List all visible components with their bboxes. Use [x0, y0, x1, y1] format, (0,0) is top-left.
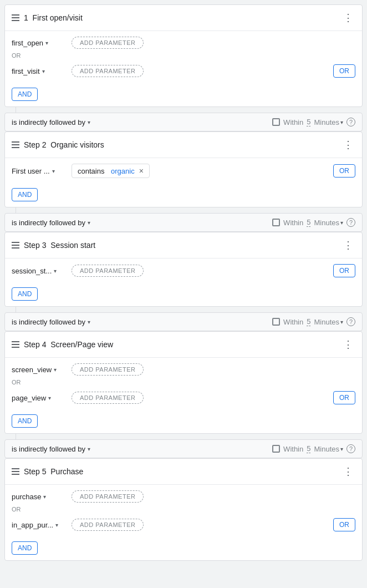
step-2-contains-chip[interactable]: contains organic ×	[72, 164, 150, 178]
step-2-body: First user ... ▾ contains organic × OR A…	[5, 158, 362, 207]
step-3-title: Step 3 Session start	[24, 241, 95, 250]
followed-by-2-selector[interactable]: is indirectly followed by ▾	[12, 219, 90, 227]
step-2-chip-close-icon[interactable]: ×	[139, 166, 144, 175]
within-4-unit-text: Minutes	[314, 445, 339, 453]
step-3-body: session_st... ▾ ADD PARAMETER OR AND	[5, 258, 362, 306]
step-1-event-2-add-param[interactable]: ADD PARAMETER	[72, 65, 144, 77]
step-1-more-icon[interactable]: ⋮	[341, 11, 355, 25]
step-4-event-2-selector[interactable]: page_view ▾	[12, 394, 67, 402]
followed-by-4-selector[interactable]: is indirectly followed by ▾	[12, 445, 90, 453]
within-2-unit-arrow: ▾	[340, 220, 343, 226]
step-3-more-icon[interactable]: ⋮	[341, 238, 355, 252]
step-5-title: Step 5 Purchase	[24, 467, 83, 476]
step-3-number: Step 3	[24, 241, 46, 250]
step-1-body: first_open ▾ ADD PARAMETER OR first_visi…	[5, 31, 362, 107]
within-1-unit[interactable]: Minutes ▾	[314, 118, 343, 126]
within-3-help-icon[interactable]: ?	[346, 317, 355, 326]
step-5-more-icon[interactable]: ⋮	[341, 464, 355, 479]
followed-by-1-selector[interactable]: is indirectly followed by ▾	[12, 118, 90, 126]
step-1-or-btn[interactable]: OR	[333, 64, 355, 78]
within-1-label: Within	[283, 118, 303, 126]
step-4-card: Step 4 Screen/Page view ⋮ screen_view ▾ …	[4, 331, 363, 434]
step-4-event-1-selector[interactable]: screen_view ▾	[12, 366, 67, 374]
connector-4-line	[16, 434, 16, 439]
step-5-title-text: Purchase	[50, 467, 83, 476]
step-1-event-1-selector[interactable]: first_open ▾	[12, 39, 67, 47]
step-5-number: Step 5	[24, 467, 46, 476]
step-5-event-1-add-param[interactable]: ADD PARAMETER	[72, 490, 144, 503]
step-4-event-1-arrow: ▾	[54, 367, 57, 373]
step-2-title-text: Organic visitors	[50, 140, 104, 149]
step-2-contains-value: organic	[111, 167, 135, 175]
within-3-section: Within 5 Minutes ▾ ?	[272, 317, 355, 326]
connector-3	[4, 307, 363, 312]
step-4-more-icon[interactable]: ⋮	[341, 337, 355, 352]
step-4-title-text: Screen/Page view	[50, 340, 113, 349]
step-1-event-2-selector[interactable]: first_visit ▾	[12, 67, 67, 75]
step-2-event-row-1: First user ... ▾ contains organic × OR	[12, 164, 355, 178]
step-5-event-2-add-param[interactable]: ADD PARAMETER	[72, 519, 144, 531]
drag-handle-5-icon[interactable]	[12, 468, 19, 475]
step-1-header: 1 First open/visit ⋮	[5, 5, 362, 31]
step-1-or-label: OR	[12, 51, 355, 60]
step-4-event-2-add-param[interactable]: ADD PARAMETER	[72, 392, 144, 404]
drag-handle-3-icon[interactable]	[12, 242, 19, 249]
step-4-or-btn[interactable]: OR	[333, 391, 355, 404]
within-1-help-icon[interactable]: ?	[346, 118, 355, 126]
step-2-and-btn[interactable]: AND	[12, 188, 38, 201]
step-2-title: Step 2 Organic visitors	[24, 140, 104, 149]
step-3-event-1-add-param[interactable]: ADD PARAMETER	[72, 265, 144, 277]
step-3-event-1-selector[interactable]: session_st... ▾	[12, 267, 67, 275]
step-5-event-1-arrow: ▾	[43, 494, 46, 500]
step-5-or-btn[interactable]: OR	[333, 518, 355, 531]
step-4-event-1-add-param[interactable]: ADD PARAMETER	[72, 363, 144, 376]
step-2-card: Step 2 Organic visitors ⋮ First user ...…	[4, 131, 363, 207]
step-2-or-btn[interactable]: OR	[333, 164, 355, 178]
followed-by-3-arrow: ▾	[88, 319, 90, 325]
within-1-checkbox[interactable]	[272, 118, 280, 126]
followed-by-2-text: is indirectly followed by	[12, 219, 85, 227]
step-3-and-btn[interactable]: AND	[12, 287, 38, 301]
within-2-section: Within 5 Minutes ▾ ?	[272, 218, 355, 227]
within-4-help-icon[interactable]: ?	[346, 444, 355, 453]
within-3-unit-arrow: ▾	[340, 319, 343, 325]
step-1-and-btn[interactable]: AND	[12, 88, 38, 101]
step-1-events: first_open ▾ ADD PARAMETER OR first_visi…	[12, 37, 355, 78]
step-5-event-2-selector[interactable]: in_app_pur... ▾	[12, 521, 67, 529]
followed-by-4-text: is indirectly followed by	[12, 445, 85, 453]
step-5-event-row-1: purchase ▾ ADD PARAMETER	[12, 490, 355, 503]
step-1-card: 1 First open/visit ⋮ first_open ▾ ADD PA…	[4, 4, 363, 107]
within-1-section: Within 5 Minutes ▾ ?	[272, 118, 355, 126]
step-1-title: 1 First open/visit	[24, 13, 83, 22]
step-1-event-2-name: first_visit	[12, 67, 40, 75]
followed-by-3-selector[interactable]: is indirectly followed by ▾	[12, 318, 90, 326]
within-1-unit-text: Minutes	[314, 118, 339, 126]
followed-by-2-arrow: ▾	[88, 220, 90, 226]
step-2-more-icon[interactable]: ⋮	[341, 138, 355, 152]
step-1-event-1-name: first_open	[12, 39, 43, 47]
within-2-help-icon[interactable]: ?	[346, 218, 355, 227]
drag-handle-icon[interactable]	[12, 14, 19, 21]
step-4-and-btn[interactable]: AND	[12, 414, 38, 428]
within-2-checkbox[interactable]	[272, 219, 280, 226]
within-3-checkbox[interactable]	[272, 318, 280, 326]
step-1-event-1-add-param[interactable]: ADD PARAMETER	[72, 37, 144, 49]
step-4-event-row-1: screen_view ▾ ADD PARAMETER	[12, 363, 355, 376]
step-5-and-btn[interactable]: AND	[12, 541, 38, 555]
drag-handle-4-icon[interactable]	[12, 341, 19, 348]
within-1-value: 5	[307, 118, 310, 126]
within-4-unit[interactable]: Minutes ▾	[314, 445, 343, 453]
step-5-event-1-selector[interactable]: purchase ▾	[12, 493, 67, 501]
step-4-or-label: OR	[12, 378, 355, 387]
step-4-event-1-name: screen_view	[12, 366, 52, 374]
drag-handle-2-icon[interactable]	[12, 141, 19, 148]
within-4-checkbox[interactable]	[272, 445, 280, 453]
connector-1	[4, 107, 363, 113]
within-3-unit[interactable]: Minutes ▾	[314, 318, 343, 326]
step-5-event-2-arrow: ▾	[55, 522, 58, 528]
step-3-or-btn[interactable]: OR	[333, 264, 355, 277]
within-2-unit[interactable]: Minutes ▾	[314, 219, 343, 227]
step-1-title-text: First open/visit	[33, 13, 83, 22]
step-5-card: Step 5 Purchase ⋮ purchase ▾ ADD PARAMET…	[4, 458, 363, 561]
step-2-event-1-selector[interactable]: First user ... ▾	[12, 167, 67, 175]
